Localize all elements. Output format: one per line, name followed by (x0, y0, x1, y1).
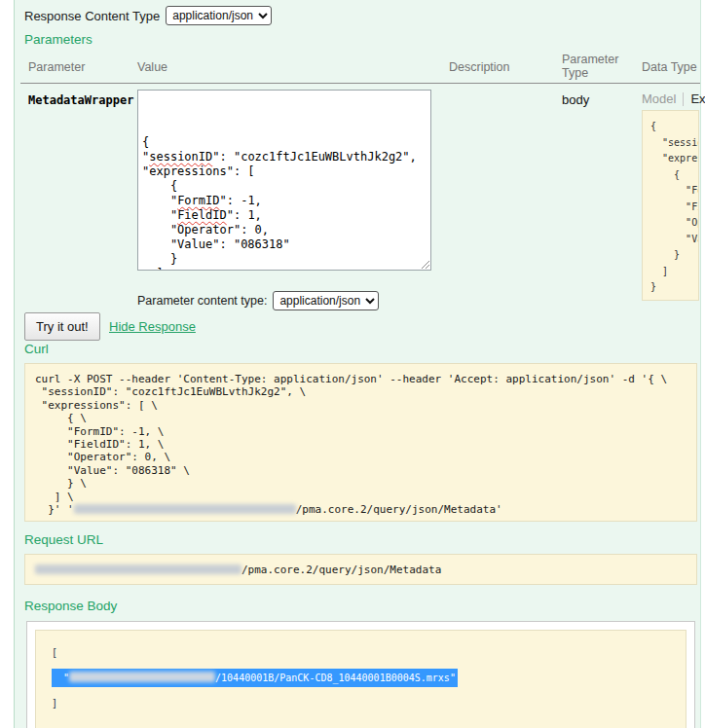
parameter-name: MetadataWrapper (28, 93, 133, 107)
curl-command-lines: curl -X POST --header 'Content-Type: app… (35, 373, 667, 503)
operation-content: Response Content Type application/json P… (14, 0, 701, 728)
example-value-snippet[interactable]: { "sessionID": "cozc1ftJc1EuWBLvthJk2g2"… (642, 110, 699, 301)
tab-example-value[interactable]: Example Value (690, 91, 705, 106)
swagger-operation-panel: Response Content Type application/json P… (0, 0, 705, 728)
tab-model[interactable]: Model (642, 91, 676, 106)
response-content-type-select[interactable]: application/json (166, 6, 272, 25)
request-url-heading: Request URL (24, 532, 103, 547)
data-type-tabs: Model Example Value (642, 91, 705, 106)
parameters-heading: Parameters (24, 32, 93, 47)
redacted-host (74, 504, 296, 514)
editor-line: ] (142, 267, 427, 271)
editor-line: { (142, 135, 427, 150)
selected-filename: /10440001B/PanCK-CD8_10440001B0004S.mrxs… (215, 673, 456, 683)
column-header-value: Value (137, 60, 167, 74)
editor-line: "Value": "086318" (142, 237, 427, 252)
editor-line: "FormID": -1, (142, 194, 427, 208)
parameter-content-type-label: Parameter content type: (137, 294, 267, 308)
response-body-block: [ "/10440001B/PanCK-CD8_10440001B0004S.m… (35, 630, 686, 728)
curl-block: curl -X POST --header 'Content-Type: app… (24, 363, 697, 522)
request-url-block: /pma.core.2/query/json/Metadata (24, 554, 697, 585)
curl-heading: Curl (24, 342, 49, 356)
redacted-host (35, 564, 241, 574)
selected-prefix: " (52, 673, 69, 683)
try-it-out-button[interactable]: Try it out! (24, 312, 100, 341)
editor-line: } (142, 252, 427, 267)
column-header-parameter: Parameter (28, 60, 85, 74)
response-content-type-label: Response Content Type (24, 9, 160, 23)
editor-line: "sessionID": "cozc1ftJc1EuWBLvthJk2g2", (142, 150, 427, 164)
response-body-heading: Response Body (24, 599, 117, 613)
column-header-description: Description (449, 60, 510, 74)
param-value-editor[interactable]: {"sessionID": "cozc1ftJc1EuWBLvthJk2g2",… (137, 90, 431, 271)
response-selected-line: "/10440001B/PanCK-CD8_10440001B0004S.mrx… (52, 669, 458, 687)
redacted-path-prefix (69, 672, 215, 682)
tab-divider (683, 92, 684, 106)
curl-url-suffix: /pma.core.2/query/json/Metadata' (296, 503, 502, 516)
response-body-container: [ "/10440001B/PanCK-CD8_10440001B0004S.m… (26, 621, 695, 728)
editor-line: { (142, 179, 427, 194)
hide-response-link[interactable]: Hide Response (109, 319, 196, 334)
response-open-bracket: [ (52, 647, 57, 658)
response-close-bracket: ] (52, 698, 57, 709)
parameter-content-type-row: Parameter content type: application/json (137, 291, 379, 310)
request-url-suffix: /pma.core.2/query/json/Metadata (241, 564, 441, 576)
column-header-data-type: Data Type (642, 60, 697, 74)
parameter-type-value: body (562, 92, 589, 107)
parameter-content-type-select[interactable]: application/json (273, 291, 379, 310)
editor-line: "FieldID": 1, (142, 208, 427, 223)
column-header-parameter-type: Parameter Type (562, 53, 632, 80)
table-header-divider (20, 83, 700, 84)
response-content-type-row: Response Content Type application/json (24, 6, 272, 25)
curl-last-line-prefix: }' ' (35, 503, 74, 516)
editor-line: "expressions": [ (142, 164, 427, 179)
editor-line: "Operator": 0, (142, 223, 427, 237)
